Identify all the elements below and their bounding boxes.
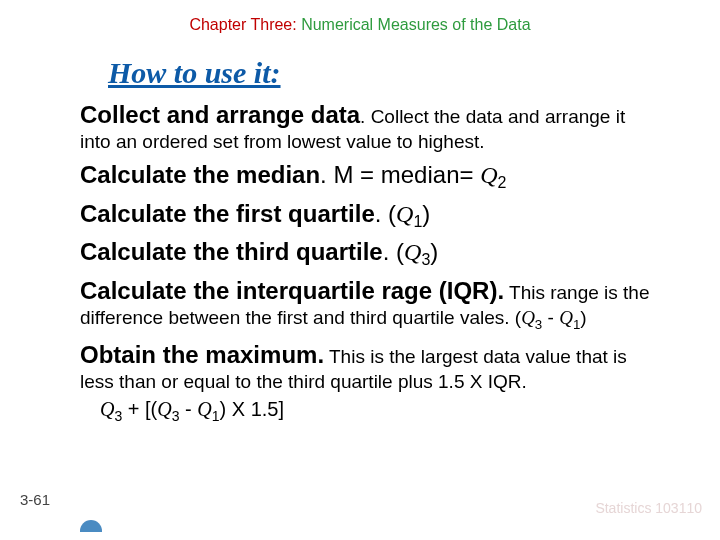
- chapter-header: Chapter Three: Numerical Measures of the…: [0, 0, 720, 34]
- step-text: -: [180, 398, 198, 420]
- math-sub: 1: [212, 408, 220, 424]
- step-text: . (: [383, 238, 404, 265]
- slide-content: How to use it: Collect and arrange data.…: [0, 34, 720, 426]
- step-lead: Calculate the interquartile rage (IQR).: [80, 277, 504, 304]
- step-median: Calculate the median. M = median= Q2: [80, 160, 660, 193]
- math-sub: 1: [413, 212, 422, 229]
- step-iqr: Calculate the interquartile rage (IQR). …: [80, 276, 660, 333]
- math-q: Q: [157, 398, 171, 420]
- math-q: Q: [480, 162, 497, 188]
- math-q: Q: [521, 307, 535, 328]
- step-collect: Collect and arrange data. Collect the da…: [80, 100, 660, 154]
- slide-accent-icon: [80, 520, 102, 532]
- step-text: ) X 1.5]: [220, 398, 284, 420]
- step-lead: Obtain the maximum.: [80, 341, 324, 368]
- step-text: . M = median=: [320, 161, 480, 188]
- math-sub: 2: [498, 174, 507, 191]
- step-text: + [(: [122, 398, 157, 420]
- step-text: ): [422, 200, 430, 227]
- chapter-label: Chapter Three:: [189, 16, 301, 33]
- step-text: -: [542, 307, 559, 328]
- step-lead: Collect and arrange data: [80, 101, 360, 128]
- step-q3: Calculate the third quartile. (Q3): [80, 237, 660, 270]
- math-q: Q: [197, 398, 211, 420]
- math-q: Q: [404, 239, 421, 265]
- step-formula: Q3 + [(Q3 - Q1) X 1.5]: [80, 397, 660, 426]
- step-lead: Calculate the first quartile: [80, 200, 375, 227]
- step-max: Obtain the maximum. This is the largest …: [80, 340, 660, 426]
- step-lead: Calculate the third quartile: [80, 238, 383, 265]
- step-text: . (: [375, 200, 396, 227]
- section-heading: How to use it:: [108, 56, 660, 90]
- chapter-title: Numerical Measures of the Data: [301, 16, 530, 33]
- math-q: Q: [100, 398, 114, 420]
- page-number: 3-61: [20, 491, 50, 508]
- step-text: ): [430, 238, 438, 265]
- math-q: Q: [396, 201, 413, 227]
- math-sub: 3: [172, 408, 180, 424]
- math-q: Q: [559, 307, 573, 328]
- step-text: ): [580, 307, 586, 328]
- step-lead: Calculate the median: [80, 161, 320, 188]
- math-sub: 3: [421, 251, 430, 268]
- step-q1: Calculate the first quartile. (Q1): [80, 199, 660, 232]
- footer-right: Statistics 103110: [595, 500, 702, 516]
